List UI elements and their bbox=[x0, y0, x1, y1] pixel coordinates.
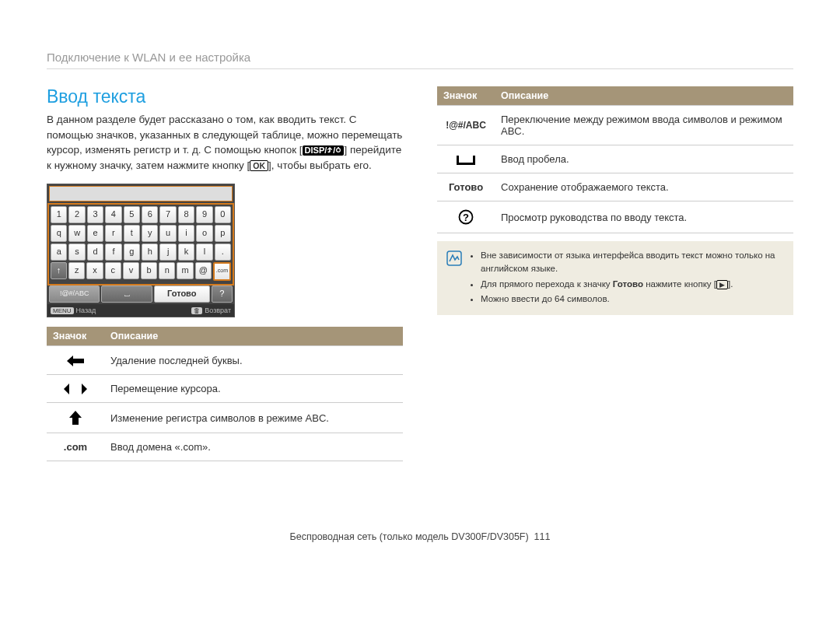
th-icon: Значок bbox=[437, 86, 495, 106]
key[interactable]: l bbox=[196, 243, 212, 261]
icon-table-left: Значок Описание Удаление последней буквы… bbox=[47, 327, 403, 461]
key[interactable]: 4 bbox=[105, 206, 121, 223]
key[interactable]: c bbox=[105, 262, 121, 279]
keyboard-footer: MENUНазад 🗑Возврат bbox=[47, 304, 234, 317]
keyboard-row-5: !@#/ABC ⎵ Готово ? bbox=[49, 285, 233, 303]
shift-icon bbox=[47, 403, 104, 433]
section-title: Ввод текста bbox=[47, 86, 403, 107]
key[interactable]: 0 bbox=[215, 206, 231, 223]
abc-mode-icon: !@#/ABC bbox=[437, 106, 495, 145]
key[interactable]: 9 bbox=[196, 206, 212, 223]
table-row: !@#/ABC Переключение между режимом ввода… bbox=[437, 106, 793, 145]
key[interactable]: f bbox=[105, 243, 121, 261]
return-label: Возврат bbox=[205, 306, 231, 314]
key[interactable]: z bbox=[68, 262, 85, 279]
key[interactable]: q bbox=[51, 225, 67, 242]
intro-text-3: ], чтобы выбрать его. bbox=[268, 159, 372, 171]
footer-text: Беспроводная сеть (только модель DV300F/… bbox=[290, 531, 529, 542]
backspace-icon bbox=[47, 346, 104, 375]
icon-table-right: Значок Описание !@#/ABC Переключение меж… bbox=[437, 86, 793, 233]
key[interactable]: s bbox=[68, 243, 85, 261]
space-key[interactable]: ⎵ bbox=[101, 285, 152, 303]
done-icon: Готово bbox=[437, 173, 495, 201]
row-desc: Изменение регистра символов в режиме ABC… bbox=[104, 403, 403, 433]
row-desc: Переключение между режимом ввода символо… bbox=[495, 106, 793, 145]
shift-key[interactable]: ↑ bbox=[51, 262, 67, 279]
key[interactable]: e bbox=[87, 225, 103, 242]
key[interactable]: i bbox=[178, 225, 194, 242]
note-icon bbox=[446, 250, 462, 307]
table-row: Удаление последней буквы. bbox=[47, 346, 403, 375]
key[interactable]: g bbox=[124, 243, 140, 261]
table-row: ? Просмотр руководства по вводу текста. bbox=[437, 201, 793, 233]
key[interactable]: r bbox=[105, 225, 121, 242]
note-box: Вне зависимости от языка интерфейса ввод… bbox=[437, 241, 793, 315]
key[interactable]: x bbox=[86, 262, 103, 279]
svg-rect-1 bbox=[338, 147, 340, 149]
key[interactable]: d bbox=[87, 243, 103, 261]
breadcrumb: Подключение к WLAN и ее настройка bbox=[47, 51, 793, 69]
space-icon bbox=[437, 145, 495, 173]
key[interactable]: v bbox=[123, 262, 139, 279]
key[interactable]: m bbox=[177, 262, 193, 279]
key[interactable]: 8 bbox=[178, 206, 194, 223]
com-icon: .com bbox=[47, 433, 104, 461]
key[interactable]: t bbox=[124, 225, 140, 242]
note-item: Вне зависимости от языка интерфейса ввод… bbox=[481, 249, 784, 276]
note-item: Для прямого перехода к значку Готово наж… bbox=[481, 278, 784, 291]
key[interactable]: n bbox=[159, 262, 175, 279]
row-desc: Ввод домена «.com». bbox=[104, 433, 403, 461]
keyboard-row-3: a s d f g h j k l . bbox=[51, 243, 231, 261]
key[interactable]: @ bbox=[195, 262, 212, 279]
keyboard-row-4: ↑ z x c v b n m @ .com bbox=[51, 262, 231, 281]
keyboard-textfield bbox=[49, 186, 233, 201]
disp-button-label: DISP// bbox=[303, 145, 345, 156]
mode-key[interactable]: !@#/ABC bbox=[49, 285, 100, 303]
row-desc: Просмотр руководства по вводу текста. bbox=[495, 201, 793, 233]
trash-icon: 🗑 bbox=[191, 307, 202, 314]
done-key[interactable]: Готово bbox=[154, 285, 210, 303]
key[interactable]: 7 bbox=[159, 206, 176, 223]
page-footer: Беспроводная сеть (только модель DV300F/… bbox=[47, 531, 793, 542]
key[interactable]: h bbox=[142, 243, 158, 261]
key[interactable]: 1 bbox=[51, 206, 67, 223]
cursor-arrows-icon bbox=[47, 374, 104, 403]
row-desc: Перемещение курсора. bbox=[104, 374, 403, 403]
key[interactable]: a bbox=[51, 243, 67, 261]
key[interactable]: y bbox=[142, 225, 158, 242]
svg-point-0 bbox=[337, 149, 341, 152]
th-desc: Описание bbox=[495, 86, 793, 106]
svg-text:?: ? bbox=[463, 212, 469, 223]
intro-paragraph: В данном разделе будет рассказано о том,… bbox=[47, 112, 403, 173]
th-icon: Значок bbox=[47, 327, 104, 346]
key[interactable]: u bbox=[159, 225, 176, 242]
th-desc: Описание bbox=[104, 327, 403, 346]
onscreen-keyboard: 1 2 3 4 5 6 7 8 9 0 q bbox=[47, 184, 235, 317]
help-key[interactable]: ? bbox=[212, 285, 233, 303]
key[interactable]: 5 bbox=[124, 206, 140, 223]
key[interactable]: 6 bbox=[142, 206, 158, 223]
note-item: Можно ввести до 64 символов. bbox=[481, 292, 784, 306]
row-desc: Удаление последней буквы. bbox=[104, 346, 403, 375]
key[interactable]: o bbox=[196, 225, 212, 242]
com-key[interactable]: .com bbox=[213, 262, 231, 281]
key[interactable]: p bbox=[215, 225, 231, 242]
key[interactable]: w bbox=[68, 225, 85, 242]
key[interactable]: 3 bbox=[87, 206, 103, 223]
keyboard-row-2: q w e r t y u i o p bbox=[51, 225, 231, 242]
page-number: 111 bbox=[534, 531, 551, 542]
key[interactable]: 2 bbox=[68, 206, 85, 223]
table-row: Готово Сохранение отображаемого текста. bbox=[437, 173, 793, 201]
key[interactable]: b bbox=[141, 262, 157, 279]
key[interactable]: . bbox=[215, 243, 231, 261]
table-row: Ввод пробела. bbox=[437, 145, 793, 173]
row-desc: Ввод пробела. bbox=[495, 145, 793, 173]
back-label: Назад bbox=[76, 306, 96, 314]
table-row: .com Ввод домена «.com». bbox=[47, 433, 403, 461]
key[interactable]: j bbox=[159, 243, 176, 261]
table-row: Изменение регистра символов в режиме ABC… bbox=[47, 403, 403, 433]
help-icon: ? bbox=[437, 201, 495, 233]
play-button-icon: ▶ bbox=[716, 280, 728, 290]
row-desc: Сохранение отображаемого текста. bbox=[495, 173, 793, 201]
key[interactable]: k bbox=[178, 243, 194, 261]
